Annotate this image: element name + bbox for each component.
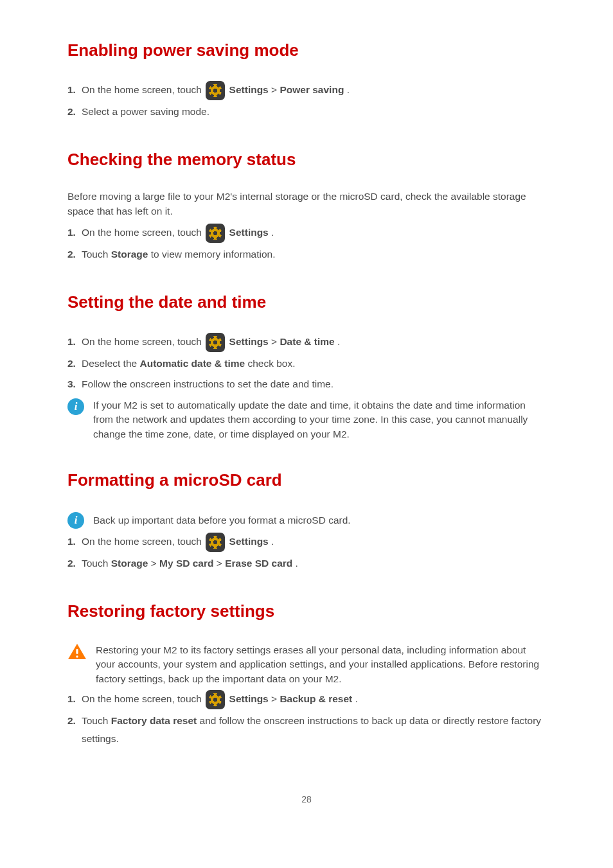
step-suffix: . <box>337 336 340 347</box>
checkbox-label: Automatic date & time <box>139 358 245 369</box>
step-text: Follow the onscreen instructions to set … <box>82 378 333 389</box>
menu-path: Storage <box>111 558 148 569</box>
step-item: 1. On the home screen, touch Settings > … <box>67 81 546 100</box>
section-heading: Restoring factory settings <box>67 599 546 624</box>
menu-path: Backup & reset <box>280 693 352 704</box>
step-number: 1. <box>67 224 76 242</box>
menu-path: Power saving <box>280 84 344 95</box>
step-number: 2. <box>67 245 76 263</box>
step-suffix: . <box>296 558 298 569</box>
step-item: 2. Deselect the Automatic date & time ch… <box>67 355 546 373</box>
warning-note: Restoring your M2 to its factory setting… <box>67 642 546 686</box>
step-text: Deselect the <box>82 358 139 369</box>
step-item: 1. On the home screen, touch Settings . <box>67 224 546 243</box>
step-item: 2. Touch Storage to view memory informat… <box>67 245 546 263</box>
step-suffix: check box. <box>247 358 295 369</box>
step-text: Touch <box>82 558 111 569</box>
step-suffix: . <box>271 227 274 238</box>
separator: > <box>271 693 280 704</box>
separator: > <box>271 84 280 95</box>
step-suffix: . <box>271 536 274 547</box>
settings-icon <box>206 224 225 243</box>
step-number: 2. <box>67 103 76 121</box>
note-text: Restoring your M2 to its factory setting… <box>96 642 546 686</box>
steps-list: 1. On the home screen, touch Settings . … <box>67 224 546 263</box>
settings-label: Settings <box>229 84 269 95</box>
step-number: 1. <box>67 81 76 99</box>
warning-icon <box>67 643 87 660</box>
menu-path: Factory data reset <box>111 715 197 726</box>
settings-icon <box>206 690 225 709</box>
separator: > <box>151 558 159 569</box>
step-item: 3. Follow the onscreen instructions to s… <box>67 375 546 393</box>
step-number: 2. <box>67 554 76 572</box>
info-icon: i <box>67 512 84 529</box>
separator: > <box>217 558 225 569</box>
step-item: 1. On the home screen, touch Settings > … <box>67 690 546 709</box>
menu-path: My SD card <box>159 558 213 569</box>
step-text: On the home screen, touch <box>82 693 204 704</box>
step-text: Touch <box>82 249 111 260</box>
info-icon: i <box>67 398 84 415</box>
separator: > <box>271 336 280 347</box>
step-text: On the home screen, touch <box>82 336 204 347</box>
settings-label: Settings <box>229 336 269 347</box>
step-number: 1. <box>67 690 76 708</box>
step-text: On the home screen, touch <box>82 84 204 95</box>
storage-label: Storage <box>111 249 148 260</box>
info-note: i If your M2 is set to automatically upd… <box>67 397 546 441</box>
step-item: 2. Touch Storage > My SD card > Erase SD… <box>67 554 546 572</box>
step-text: Select a power saving mode. <box>82 106 209 117</box>
steps-list: 1. On the home screen, touch Settings . … <box>67 533 546 572</box>
settings-icon <box>206 333 225 352</box>
note-text: If your M2 is set to automatically updat… <box>93 397 546 441</box>
step-item: 2. Touch Factory data reset and follow t… <box>67 712 546 748</box>
step-number: 2. <box>67 355 76 373</box>
settings-icon <box>206 533 225 552</box>
settings-label: Settings <box>229 536 269 547</box>
menu-path: Erase SD card <box>225 558 292 569</box>
step-suffix: to view memory information. <box>151 249 276 260</box>
steps-list: 1. On the home screen, touch Settings > … <box>67 690 546 748</box>
section-heading: Formatting a microSD card <box>67 468 546 493</box>
page-number: 28 <box>67 793 546 806</box>
step-text: On the home screen, touch <box>82 227 204 238</box>
note-text: Back up important data before you format… <box>93 511 546 527</box>
settings-label: Settings <box>229 227 269 238</box>
step-suffix: . <box>347 84 350 95</box>
step-text: On the home screen, touch <box>82 536 204 547</box>
step-number: 3. <box>67 375 76 393</box>
step-item: 2. Select a power saving mode. <box>67 103 546 121</box>
menu-path: Date & time <box>280 336 334 347</box>
step-item: 1. On the home screen, touch Settings . <box>67 533 546 552</box>
step-suffix: . <box>355 693 358 704</box>
section-intro: Before moving a large file to your M2's … <box>67 190 546 218</box>
info-note: i Back up important data before you form… <box>67 511 546 529</box>
section-heading: Setting the date and time <box>67 290 546 315</box>
steps-list: 1. On the home screen, touch Settings > … <box>67 81 546 121</box>
svg-point-1 <box>76 655 78 657</box>
svg-rect-0 <box>76 649 78 654</box>
section-heading: Enabling power saving mode <box>67 39 546 63</box>
step-item: 1. On the home screen, touch Settings > … <box>67 333 546 352</box>
step-number: 2. <box>67 712 76 730</box>
section-heading: Checking the memory status <box>67 148 546 172</box>
settings-icon <box>206 81 225 100</box>
step-text: Touch <box>82 715 111 726</box>
step-number: 1. <box>67 333 76 351</box>
steps-list: 1. On the home screen, touch Settings > … <box>67 333 546 393</box>
step-number: 1. <box>67 533 76 551</box>
settings-label: Settings <box>229 693 269 704</box>
